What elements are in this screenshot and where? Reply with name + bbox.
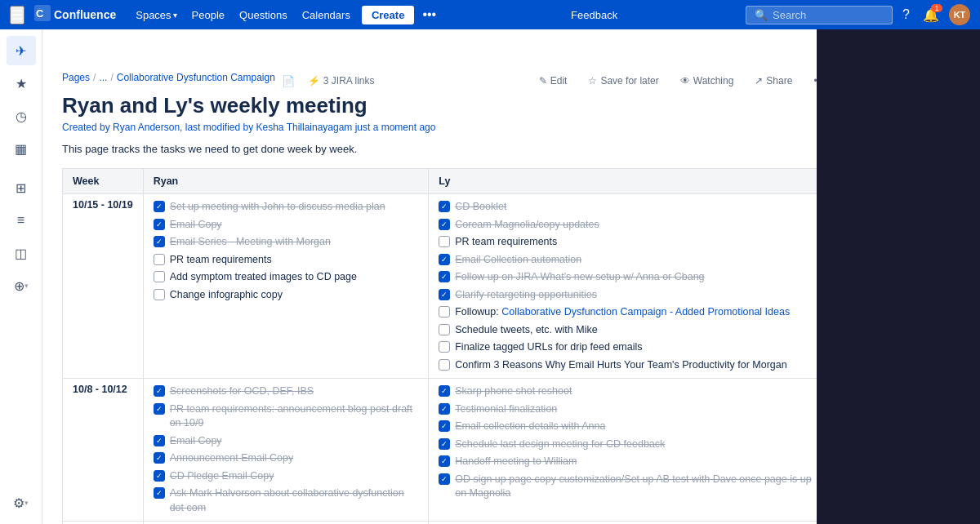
task-checkbox[interactable]: ✓ <box>439 420 450 432</box>
task-item: ✓Handoff meeting to William <box>439 454 821 470</box>
notification-sidebar-icon: ◫ <box>15 246 27 261</box>
breadcrumb-current[interactable]: Collaborative Dysfunction Campaign <box>117 72 275 83</box>
task-item: ✓CD Booklet <box>439 199 821 215</box>
help-button[interactable]: ? <box>899 4 913 25</box>
task-text: Schedule last design meeting for CD feed… <box>455 437 665 452</box>
sidebar-item-recent[interactable]: ◷ <box>7 101 36 131</box>
sidebar-item-spaces[interactable]: ▦ <box>7 134 36 163</box>
task-checkbox[interactable]: ✓ <box>439 201 450 212</box>
apps-icon: ⊞ <box>16 180 26 196</box>
create-button[interactable]: Create <box>362 6 414 24</box>
share-icon: ↗ <box>755 75 763 87</box>
main-content: Pages / ... / Collaborative Dysfunction … <box>42 59 851 524</box>
gear-icon: ⚙ <box>13 495 24 511</box>
breadcrumb-sep1: / <box>93 72 96 83</box>
task-text: Set up meeting with John to discuss medi… <box>170 200 385 215</box>
nav-more-button[interactable]: ••• <box>416 4 443 25</box>
task-checkbox[interactable]: ✓ <box>154 403 165 415</box>
page-icon: 📄 <box>282 75 295 87</box>
confluence-logo[interactable]: C Confluence <box>34 5 116 25</box>
week-cell: 10/8 - 10/12 <box>63 379 144 522</box>
task-checkbox[interactable]: ✓ <box>154 452 165 464</box>
task-text: Email Series - Meeting with Morgan <box>170 235 331 250</box>
task-checkbox[interactable]: ✓ <box>154 470 165 482</box>
modifier-link[interactable]: Kesha Thillainayagam <box>256 122 352 133</box>
task-item: ✓CD Pledge Email Copy <box>154 468 419 485</box>
sidebar-item-feeds[interactable]: ≡ <box>7 206 36 235</box>
task-checkbox[interactable]: ✓ <box>154 236 165 247</box>
nav-people[interactable]: People <box>185 6 231 24</box>
sidebar-bottom: ⚙ ▾ <box>7 488 36 517</box>
task-checkbox[interactable]: ✓ <box>439 473 450 485</box>
task-checkbox[interactable]: ✓ <box>154 487 165 499</box>
task-checkbox[interactable]: ✓ <box>154 219 165 230</box>
rss-icon: ≡ <box>17 213 24 228</box>
breadcrumb: Pages / ... / Collaborative Dysfunction … <box>62 72 275 83</box>
task-checkbox[interactable]: ✓ <box>439 254 450 265</box>
task-item: ✓OD sign up page copy customization/Set … <box>439 472 821 502</box>
jira-links[interactable]: ⚡ 3 JIRA links <box>308 75 375 87</box>
sidebar-item-home[interactable]: ✈ <box>7 36 36 65</box>
search-icon: 🔍 <box>755 9 768 21</box>
task-checkbox[interactable]: ✓ <box>439 403 450 415</box>
task-checkbox[interactable]: ✓ <box>439 219 450 230</box>
meta-text: Created by Ryan Anderson, last modified … <box>62 122 435 133</box>
task-checkbox[interactable] <box>439 359 450 371</box>
author-link[interactable]: Ryan Anderson <box>113 122 180 133</box>
task-checkbox[interactable]: ✓ <box>439 271 450 282</box>
task-checkbox[interactable] <box>154 289 165 300</box>
task-checkbox[interactable]: ✓ <box>439 289 450 300</box>
nav-right: 🔍 ? 🔔 1 KT <box>746 4 970 26</box>
sidebar-item-notifications[interactable]: ◫ <box>7 238 36 268</box>
task-checkbox[interactable] <box>439 236 450 247</box>
task-checkbox[interactable]: ✓ <box>439 385 450 397</box>
task-checkbox[interactable] <box>154 254 165 265</box>
plane-icon: ✈ <box>16 43 26 59</box>
page-title: Ryan and Ly's weekly meeting <box>62 93 831 118</box>
task-checkbox[interactable]: ✓ <box>154 201 165 212</box>
nav-questions[interactable]: Questions <box>233 6 294 24</box>
task-text: Email Collection automation <box>455 253 581 268</box>
task-item: ✓Follow up on JIRA What's new setup w/ A… <box>439 269 821 286</box>
task-checkbox[interactable]: ✓ <box>154 435 165 446</box>
breadcrumb-pages[interactable]: Pages <box>62 72 90 83</box>
task-checkbox[interactable]: ✓ <box>439 455 450 467</box>
task-text: Ask Mark Halvorson about collaborative d… <box>170 486 419 515</box>
task-text: Follow up on JIRA What's new setup w/ An… <box>455 270 704 285</box>
task-checkbox[interactable] <box>439 324 450 335</box>
task-checkbox[interactable]: ✓ <box>154 385 165 397</box>
task-item: Change infographic copy <box>154 287 419 304</box>
task-checkbox[interactable] <box>439 341 450 353</box>
feedback-label: Feedback <box>571 9 617 21</box>
search-input[interactable] <box>773 9 884 21</box>
sidebar-item-create[interactable]: ⊕ ▾ <box>7 271 36 300</box>
confluence-icon: C <box>34 5 51 25</box>
task-item: ✓Coream Magnolia/copy updates <box>439 217 821 233</box>
grid-icon: ▦ <box>15 141 27 157</box>
task-checkbox[interactable]: ✓ <box>439 438 450 450</box>
hamburger-menu[interactable]: ☰ <box>10 6 24 24</box>
sidebar-item-starred[interactable]: ★ <box>7 69 36 98</box>
task-item: Confirm 3 Reasons Why Email Hurts Your T… <box>439 357 821 374</box>
watch-button[interactable]: 👁 Watching <box>673 72 742 90</box>
edit-button[interactable]: ✎ Edit <box>532 72 575 90</box>
nav-calendars[interactable]: Calendars <box>296 6 357 24</box>
search-bar[interactable]: 🔍 <box>746 6 893 24</box>
task-link[interactable]: Collaborative Dysfunction Campaign - Add… <box>501 306 790 318</box>
task-checkbox[interactable] <box>154 271 165 282</box>
task-item: PR team requirements <box>154 252 419 269</box>
star-icon: ★ <box>16 76 27 91</box>
save-later-button[interactable]: ☆ Save for later <box>581 72 666 90</box>
sidebar-item-apps[interactable]: ⊞ <box>7 173 36 202</box>
nav-spaces[interactable]: Spaces ▾ <box>129 6 183 24</box>
task-checkbox[interactable] <box>439 306 450 318</box>
share-button[interactable]: ↗ Share <box>747 72 800 90</box>
task-item: ✓Testimonial finalization <box>439 402 821 418</box>
star-action-icon: ☆ <box>588 75 597 87</box>
ly-tasks: ✓CD Booklet✓Coream Magnolia/copy updates… <box>429 194 831 379</box>
breadcrumb-ellipsis[interactable]: ... <box>99 72 107 83</box>
notifications-button[interactable]: 🔔 1 <box>920 4 942 26</box>
logo-text: Confluence <box>54 8 116 21</box>
avatar[interactable]: KT <box>949 4 970 25</box>
sidebar-item-settings[interactable]: ⚙ ▾ <box>7 488 36 517</box>
